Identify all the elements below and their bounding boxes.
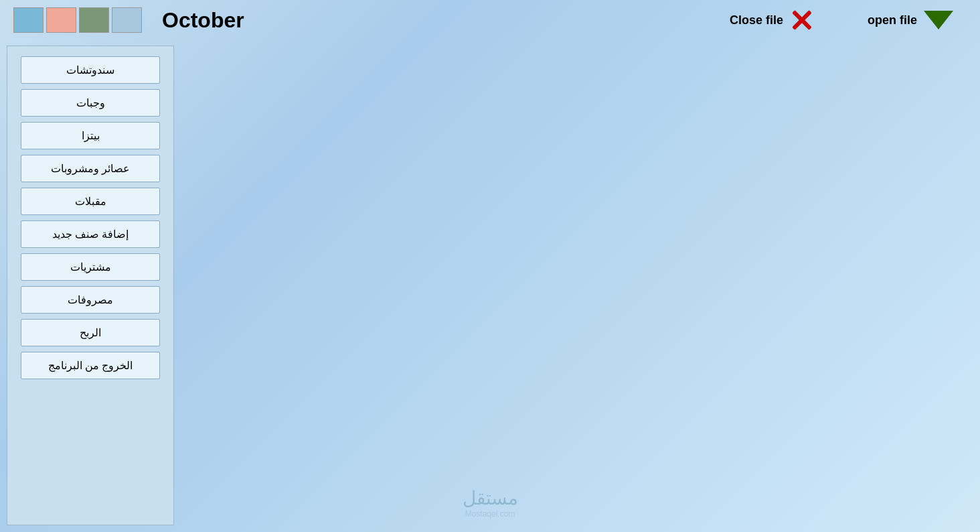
- app-title: October: [162, 8, 244, 33]
- open-file-icon[interactable]: [924, 11, 953, 29]
- nav-pizza[interactable]: بيتزا: [21, 122, 160, 149]
- watermark: مستقل Mostaqel.com: [463, 487, 518, 519]
- close-file-action[interactable]: Close file: [730, 8, 814, 32]
- swatch-lightblue[interactable]: [112, 7, 142, 33]
- nav-expenses[interactable]: مصروفات: [21, 286, 160, 314]
- swatch-blue[interactable]: [13, 7, 44, 33]
- swatch-salmon[interactable]: [46, 7, 76, 33]
- close-file-icon[interactable]: [790, 8, 814, 32]
- nav-exit[interactable]: الخروج من البرنامج: [21, 352, 160, 379]
- watermark-subtext: Mostaqel.com: [463, 509, 518, 519]
- nav-juices[interactable]: عصائر ومشروبات: [21, 155, 160, 182]
- nav-profit[interactable]: الربح: [21, 319, 160, 346]
- header: October Close file open file: [0, 0, 980, 40]
- swatch-green[interactable]: [79, 7, 109, 33]
- open-file-label: open file: [868, 13, 917, 27]
- nav-meals[interactable]: وجبات: [21, 89, 160, 117]
- color-swatches: [13, 7, 142, 33]
- close-file-label: Close file: [730, 13, 783, 27]
- nav-sandwiches[interactable]: سندوتشات: [21, 56, 160, 84]
- nav-purchases[interactable]: مشتريات: [21, 253, 160, 281]
- watermark-text: مستقل: [463, 487, 518, 509]
- header-actions: Close file open file: [730, 8, 953, 32]
- nav-add-category[interactable]: إضافة صنف جديد: [21, 220, 160, 248]
- open-file-action[interactable]: open file: [868, 11, 953, 29]
- nav-appetizers[interactable]: مقبلات: [21, 188, 160, 215]
- sidebar: سندوتشات وجبات بيتزا عصائر ومشروبات مقبل…: [7, 46, 174, 525]
